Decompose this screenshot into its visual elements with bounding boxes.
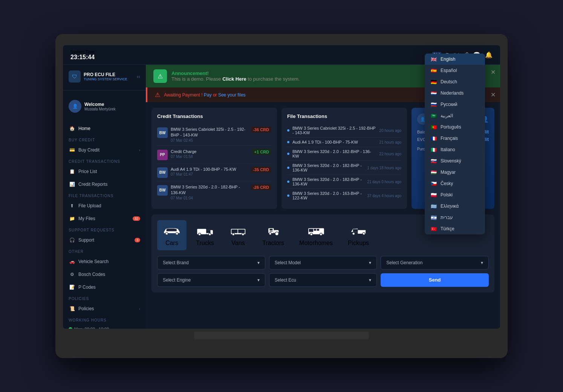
svg-point-22 xyxy=(310,233,312,235)
transaction-item: BW BMW 3 Series 320d - 2.0 - 182-BHP - 1… xyxy=(157,181,271,203)
svg-point-27 xyxy=(363,232,365,234)
language-item[interactable]: 🇬🇷Ελληνικά xyxy=(425,201,485,212)
language-item[interactable]: 🇷🇺Русский xyxy=(425,99,485,110)
motorhomes-label: Motorhomes xyxy=(299,240,333,247)
vehicle-type-pickups[interactable]: Pickups xyxy=(342,220,375,250)
sidebar-item-p-codes[interactable]: 📝 P Codes xyxy=(63,281,146,294)
file-dot xyxy=(287,181,289,183)
svg-point-23 xyxy=(320,233,322,235)
flag-icon: 🇹🇷 xyxy=(430,226,438,231)
sidebar-item-home[interactable]: 🏠 Home xyxy=(63,122,146,135)
language-item[interactable]: 🇳🇱Nederlands xyxy=(425,87,485,99)
sidebar-item-label: P Codes xyxy=(78,285,96,290)
vehicle-type-vans[interactable]: Vans xyxy=(223,220,253,250)
language-name: עברית xyxy=(441,215,453,220)
language-item[interactable]: 🇬🇧English xyxy=(425,54,485,65)
purchase-end: to purchase the system. xyxy=(248,76,300,82)
select-brand-dropdown[interactable]: Select Brand ▾ xyxy=(157,256,265,270)
language-item[interactable]: 🇸🇰Slovenský xyxy=(425,155,485,167)
sidebar-item-buy-credit[interactable]: 💳 Buy Credit › xyxy=(63,144,146,156)
svg-rect-20 xyxy=(314,229,316,231)
sidebar: 🛡 PRO ECU FILE TUNING SYSTEM SERVICE ‹‹ … xyxy=(63,65,146,329)
section-other: Other xyxy=(63,247,146,255)
language-item[interactable]: 🇮🇹Italiano xyxy=(425,144,485,155)
notification-button[interactable]: 🔔 xyxy=(485,51,493,58)
sidebar-collapse[interactable]: ‹‹ xyxy=(137,74,140,80)
sidebar-item-price-list[interactable]: 📋 Price List xyxy=(63,165,146,178)
sidebar-item-policies[interactable]: 📜 Policies › xyxy=(63,302,146,315)
svg-point-15 xyxy=(275,232,279,236)
home-icon: 🏠 xyxy=(69,125,75,132)
my-files-badge: 32 xyxy=(133,216,140,221)
warning-close-button[interactable]: ✕ xyxy=(491,91,496,98)
dropdown-chevron-icon: ▾ xyxy=(481,260,483,265)
svg-point-5 xyxy=(198,233,200,235)
see-files-link[interactable]: See your files xyxy=(218,92,246,98)
language-name: Nederlands xyxy=(441,90,464,96)
trucks-icon xyxy=(196,224,214,237)
logo-subtitle: TUNING SYSTEM SERVICE xyxy=(84,77,127,81)
file-transaction-item: BMW 3 Series 320d - 2.0 - 182-BHP - 136-… xyxy=(287,161,401,175)
sidebar-item-label: Home xyxy=(78,126,90,131)
logo: 🛡 PRO ECU FILE TUNING SYSTEM SERVICE ‹‹ xyxy=(63,70,146,90)
language-item[interactable]: 🇵🇱Polski xyxy=(425,189,485,201)
warning-icon: ⚠ xyxy=(155,91,160,98)
file-tx-time: 21 days 0 hours ago xyxy=(367,180,401,184)
sidebar-item-label: Policies xyxy=(78,306,94,311)
language-item[interactable]: 🇨🇿Česky xyxy=(425,178,485,189)
username: Mustafa Mertyürek xyxy=(84,107,116,111)
vehicle-type-motorhomes[interactable]: Motorhomes xyxy=(294,220,338,250)
sidebar-item-file-upload[interactable]: ⬆ File Upload xyxy=(63,199,146,212)
svg-point-26 xyxy=(352,232,355,234)
language-item[interactable]: 🇫🇷Français xyxy=(425,133,485,144)
language-name: Slovenský xyxy=(441,158,461,164)
language-item[interactable]: 🇭🇺Magyar xyxy=(425,167,485,178)
file-transactions-title: File Transactions xyxy=(287,113,401,119)
announcement-close-button[interactable]: ✕ xyxy=(491,69,496,76)
vehicle-type-cars[interactable]: Cars xyxy=(157,220,187,250)
section-policies: Policies xyxy=(63,294,146,302)
file-tx-name: BMW 3 Series Cabriolet 325i - 2.5 - 192-… xyxy=(292,126,376,135)
vehicle-dropdowns-row2: Select Engine ▾ Select Ecu ▾ Send xyxy=(157,273,489,287)
sidebar-item-credit-reports[interactable]: 📊 Credit Reports xyxy=(63,178,146,191)
language-item[interactable]: 🇩🇪Deutsch xyxy=(425,76,485,87)
language-item[interactable]: 🇹🇷Türkçe xyxy=(425,223,485,234)
tractors-icon xyxy=(264,224,282,237)
sidebar-item-support[interactable]: 🎧 Support 3 xyxy=(63,234,146,247)
vehicle-type-trucks[interactable]: Trucks xyxy=(190,220,220,250)
send-button[interactable]: Send xyxy=(381,273,489,287)
select-model-dropdown[interactable]: Select Model ▾ xyxy=(269,256,377,270)
vehicle-type-tractors[interactable]: Tractors xyxy=(257,220,290,250)
user-avatar: 👤 xyxy=(69,100,81,113)
sidebar-item-vehicle-search[interactable]: 🚗 Vehicle Search xyxy=(63,255,146,268)
select-generation-dropdown[interactable]: Select Generation ▾ xyxy=(381,256,489,270)
select-engine-dropdown[interactable]: Select Engine ▾ xyxy=(157,273,265,287)
sidebar-item-label: Credit Reports xyxy=(78,182,107,187)
dropdown-chevron-icon: ▾ xyxy=(257,260,260,265)
transaction-item: PP Credit Charge 07 Mar 01:58 +1 CRD xyxy=(157,146,271,164)
click-here-link[interactable]: Click Here xyxy=(222,76,248,82)
file-upload-icon: ⬆ xyxy=(69,202,75,209)
announcement-icon: ⚠ xyxy=(153,69,167,83)
language-item[interactable]: 🇪🇸Español xyxy=(425,65,485,76)
select-ecu-dropdown[interactable]: Select Ecu ▾ xyxy=(269,273,377,287)
welcome-text: Welcome xyxy=(84,102,116,107)
language-item[interactable]: 🇵🇹Português xyxy=(425,121,485,133)
trucks-label: Trucks xyxy=(196,240,214,247)
svg-rect-4 xyxy=(206,230,210,233)
sidebar-item-bosch-codes[interactable]: ⚙ Bosch Codes xyxy=(63,268,146,281)
language-item[interactable]: 🇮🇱עברית xyxy=(425,212,485,223)
file-tx-time: 22 hours ago xyxy=(379,152,401,156)
pay-link[interactable]: Pay xyxy=(204,92,212,98)
credit-transactions-panel: Credit Transactions BW BMW 3 Series Cabr… xyxy=(151,108,277,209)
file-dot xyxy=(287,141,289,143)
file-dot xyxy=(287,194,289,197)
sidebar-item-my-files[interactable]: 📁 My Files 32 xyxy=(63,212,146,225)
file-transactions-list: BMW 3 Series Cabriolet 325i - 2.5 - 192-… xyxy=(287,124,401,202)
tx-date: 07 Mar 01:47 xyxy=(171,172,248,176)
language-item[interactable]: 🇸🇦العربية xyxy=(425,110,485,121)
language-name: Русский xyxy=(441,102,457,107)
file-tx-time: 1 days 18 hours ago xyxy=(367,166,401,170)
flag-icon: 🇩🇪 xyxy=(430,79,438,84)
system-time-value: 23:15:44 xyxy=(70,54,96,61)
